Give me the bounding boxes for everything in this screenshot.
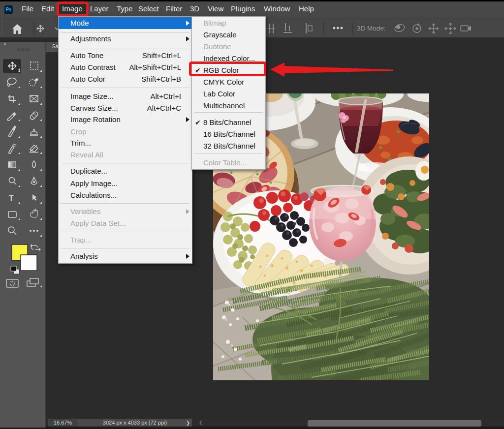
svg-text:«: « (3, 42, 6, 47)
svg-text:T: T (9, 194, 14, 202)
svg-text:3D Mode:: 3D Mode: (357, 25, 386, 32)
